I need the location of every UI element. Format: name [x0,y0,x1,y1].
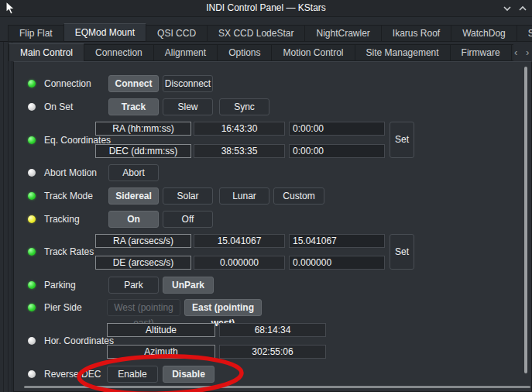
ra-rate-value: 15.041067 [194,234,285,248]
row-label-track-mode: Track Mode [44,191,93,201]
group-tabbar: Main Control Connection Alignment Option… [9,43,513,61]
rates-set-button[interactable]: Set [390,234,414,270]
tracking-off-button[interactable]: Off [163,211,213,228]
row-label-tracking: Tracking [44,214,80,225]
row-label-pier-side: Pier Side [44,302,82,313]
pier-west-button: West (pointing east) [107,299,180,316]
reverse-dec-led [28,370,36,378]
enable-button[interactable]: Enable [107,366,158,383]
tab-main-control[interactable]: Main Control [9,43,84,61]
tab-sqm[interactable]: SQM [517,25,532,42]
ra-input[interactable] [289,122,385,136]
sidereal-button[interactable]: Sidereal [108,187,159,205]
row-label-track-rates: Track Rates [44,246,94,257]
tab-sx-ccd-lodestar[interactable]: SX CCD LodeStar [207,25,305,42]
tab-flip-flat[interactable]: Flip Flat [8,25,64,42]
connection-led [28,80,36,88]
tracking-led [28,215,36,223]
on-set-led [28,103,36,111]
titlebar[interactable]: INDI Control Panel — KStars [0,0,532,17]
row-label-abort-motion: Abort Motion [44,167,97,178]
pier-east-button[interactable]: East (pointing west) [184,299,262,316]
vertical-scrollbar[interactable] [524,67,527,373]
disconnect-button[interactable]: Disconnect [163,75,213,92]
track-button[interactable]: Track [108,98,159,115]
dec-input[interactable] [289,144,385,158]
slew-button[interactable]: Slew [163,98,213,115]
tab-motor-status[interactable]: Motor Status [511,44,513,61]
ra-rate-label-box: RA (arcsecs/s) [95,234,191,248]
indi-control-panel-window: INDI Control Panel — KStars Flip Flat EQ… [0,0,532,392]
horizontal-scrollbar[interactable] [24,386,530,388]
tab-watchdog[interactable]: WatchDog [451,25,517,42]
track-mode-led [28,192,36,200]
row-label-hor-coordinates: Hor. Coordinates [44,335,114,346]
unpark-button[interactable]: UnPark [163,277,214,294]
mouse-cursor-icon [5,1,16,15]
pier-side-led [28,304,36,311]
custom-button[interactable]: Custom [273,187,324,205]
chevron-up-icon[interactable] [517,4,528,13]
tab-firmware[interactable]: Firmware [450,44,512,61]
abort-motion-led [28,169,36,177]
azimuth-value: 302:55:06 [219,345,326,359]
track-rates-led [28,248,36,256]
row-label-parking: Parking [44,280,76,291]
tab-options[interactable]: Options [217,44,272,61]
altitude-label-box: Altitude [107,323,215,337]
tab-ikarus-roof[interactable]: Ikarus Roof [381,25,451,42]
tab-qsi-ccd[interactable]: QSI CCD [146,25,208,42]
altitude-value: 68:14:34 [219,323,326,337]
ra-rate-input[interactable] [289,234,385,248]
chevron-down-icon[interactable] [502,4,513,13]
sync-button[interactable]: Sync [219,98,269,115]
eq-set-button[interactable]: Set [390,122,414,158]
de-rate-input[interactable] [289,256,385,270]
row-label-on-set: On Set [44,101,73,112]
de-rate-label-box: DE (arcsecs/s) [95,256,191,270]
tab-alignment[interactable]: Alignment [153,44,218,61]
ra-label-box: RA (hh:mm:ss) [95,122,191,136]
de-rate-value: 0.000000 [194,256,285,270]
parking-led [28,281,36,289]
hor-coordinates-led [28,337,36,345]
abort-button[interactable]: Abort [108,164,159,181]
tab-connection[interactable]: Connection [84,44,154,61]
tab-motion-control[interactable]: Motion Control [271,44,355,61]
tab-eqmod-mount[interactable]: EQMod Mount [63,23,146,42]
lunar-button[interactable]: Lunar [219,187,269,205]
tracking-on-button[interactable]: On [108,211,159,228]
dec-value: 38:53:35 [194,144,285,158]
tab-scroll-right-icon[interactable]: › [526,46,529,58]
device-tabbar: Flip Flat EQMod Mount QSI CCD SX CCD Lod… [8,23,532,42]
tab-nightcrawler[interactable]: NightCrawler [304,25,381,42]
row-label-connection: Connection [44,78,91,89]
window-title: INDI Control Panel — KStars [0,2,532,13]
solar-button[interactable]: Solar [163,187,213,205]
dec-label-box: DEC (dd:mm:ss) [95,144,191,158]
eq-coordinates-led [28,136,36,144]
row-label-reverse-dec: Reverse DEC [44,369,101,380]
park-button[interactable]: Park [108,277,159,294]
tab-site-management[interactable]: Site Management [355,44,451,61]
disable-button[interactable]: Disable [163,366,215,383]
azimuth-label-box: Azimuth [107,345,215,359]
ra-value: 16:43:30 [194,122,285,136]
connect-button[interactable]: Connect [108,75,159,92]
tab-scroll-left-icon[interactable]: ‹ [514,46,517,58]
